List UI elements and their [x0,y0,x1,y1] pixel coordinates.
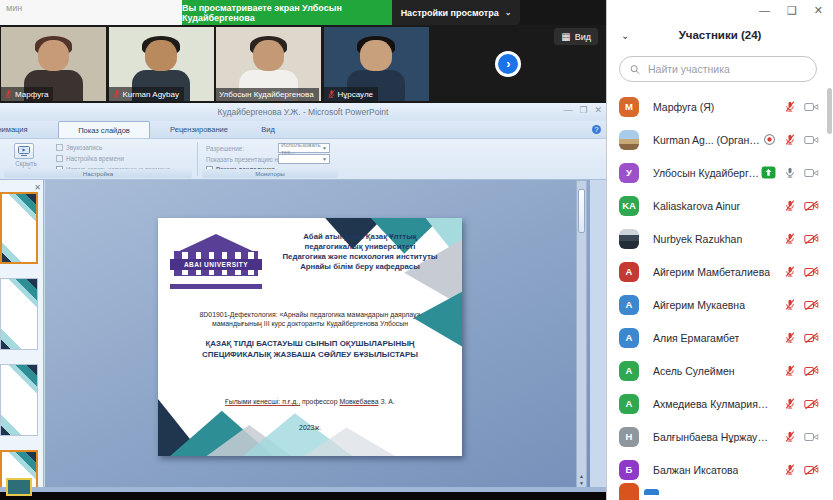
view-settings-button[interactable]: Настройки просмотра ⌄ [392,0,520,25]
slide-thumbnails-panel: ✕ [0,180,44,490]
participant-row[interactable]: ААсель Сулеймен [607,354,833,387]
maximize-icon[interactable]: ❐ [579,105,587,115]
ribbon-tab[interactable]: Анимация [0,121,56,138]
minimize-icon[interactable]: — [759,4,770,17]
participant-row[interactable]: Nurbyek Razukhan [607,222,833,255]
slide-editing-area[interactable]: ABAI UNIVERSITY Абай атындағы Қазақ Ұлтт… [45,180,590,490]
slide: ABAI UNIVERSITY Абай атындағы Қазақ Ұлтт… [158,218,462,456]
slide-title-text: ҚАЗАҚ ТІЛДІ БАСТАУЫШ СЫНЫП ОҚУШЫЛАРЫНЫҢ … [170,339,450,360]
search-icon [630,64,640,75]
mic-muted-icon [784,100,796,113]
participants-panel: — ❑ ✕ ⌄ Участники (24) ММарфуга (Я) Kurm… [606,0,833,500]
help-icon[interactable]: ? [592,125,601,134]
participant-row[interactable]: ААлия Ермагамбет [607,321,833,354]
participant-row[interactable]: Kurman Ag... (Организатор) [607,123,833,156]
participant-row[interactable]: ММарфуга (Я) [607,90,833,123]
record-narration-option[interactable]: Звукозапись [56,144,102,151]
avatar: А [619,295,639,315]
close-icon[interactable]: ✕ [814,4,823,17]
participant-name: Kaliaskarova Ainur [653,200,740,212]
show-on-combo[interactable]: ▼ [278,154,330,164]
scrollbar-buttons[interactable]: ▲▼ [578,473,585,487]
viewing-banner: Вы просматриваете экран Улбосын Кудайбер… [182,0,392,25]
video-tile[interactable]: Нұрсауле [324,27,429,101]
ppt-ribbon: Скрыть слайд Звукозапись Настройка време… [0,138,606,180]
ribbon-tab[interactable]: Рецензирование [152,121,246,138]
shared-taskbar [0,492,633,500]
avatar: А [619,394,639,414]
mic-muted-icon [4,89,13,99]
resolution-combo[interactable]: Использовать тек...▼ [278,143,330,153]
video-tile[interactable]: Kurman Agybay [109,27,214,101]
chevron-down-icon: ⌄ [505,8,512,17]
avatar: А [619,262,639,282]
mic-muted-icon [784,133,796,146]
maximize-icon[interactable]: ❑ [787,4,797,17]
university-logo: ABAI UNIVERSITY [170,234,262,294]
view-button-label: Вид [575,32,591,42]
participant-row[interactable]: ААхмедиева Кулмария доктор... [607,387,833,420]
mic-muted-icon [784,397,796,410]
taskbar-app-icon[interactable] [6,478,32,496]
participant-name: Улбосын Кудайбергенова [653,167,761,179]
chevron-down-icon[interactable]: ⌄ [621,30,629,41]
panel-scrollbar[interactable] [827,88,832,134]
ppt-workspace: ✕ [0,180,606,490]
participant-row[interactable]: KAKaliaskarova Ainur [607,189,833,222]
participant-status-icons [784,463,819,476]
ribbon-group-monitors: Мониторы [202,169,338,178]
avatar: М [619,97,639,117]
avatar: А [619,328,639,348]
camera-off-icon [804,398,819,410]
next-videos-button[interactable]: › [495,51,521,77]
view-settings-label: Настройки просмотра [401,8,499,18]
avatar [619,130,639,150]
video-tile[interactable]: Марфуга [1,27,106,101]
participant-row[interactable]: УУлбосын Кудайбергенова [607,156,833,189]
participant-status-icons [784,364,819,377]
slide-thumbnail[interactable] [0,278,38,350]
mic-muted-icon [784,331,796,344]
close-icon[interactable]: ✕ [594,105,602,115]
zoom-meeting-screen: мин Вы просматриваете экран Улбосын Куда… [0,0,833,500]
slide-thumbnail[interactable] [0,364,38,436]
participant-row[interactable]: НБалғынбаева Нұржауған [607,420,833,453]
ribbon-separator [197,142,198,176]
slide-thumbnail[interactable] [0,192,38,264]
mic-muted-icon [784,463,796,476]
slide-supervisor-text: Ғылыми кенесші: п.ғ.д., профессор Мовкеб… [170,398,450,405]
participant-name: Марфуга (Я) [653,101,714,113]
mic-muted-icon [784,265,796,278]
view-button[interactable]: ▦ Вид [554,28,598,45]
participant-name: Айгерим Мукаевна [653,299,745,311]
participant-name: Балжан Иксатова [653,464,738,476]
video-tile[interactable]: Улбосын Кудайбергенова [216,27,321,101]
ribbon-tab[interactable]: Вид [248,121,288,138]
participant-row[interactable]: ААйгерим Мамбеталиева [607,255,833,288]
participant-row[interactable]: ББалжан Иксатова [607,453,833,486]
close-icon[interactable]: ✕ [34,183,41,192]
ribbon-group-setup: Настройка [4,169,192,178]
camera-off-icon [804,299,819,311]
camera-icon [804,134,819,146]
avatar: KA [619,196,639,216]
video-name-tag: Kurman Agybay [109,87,184,101]
vertical-scrollbar[interactable]: ▲▼ [576,180,587,490]
participants-header: ⌄ Участники (24) [607,24,833,46]
search-participant-input[interactable] [646,62,806,76]
video-name-tag: Нұрсауле [324,87,379,101]
meeting-topbar: мин Вы просматриваете экран Улбосын Куда… [0,0,606,25]
ribbon-tab[interactable]: Показ слайдов [58,121,150,138]
rehearse-timings-option[interactable]: Настройка времени [56,155,124,162]
setup-show-button[interactable] [14,143,34,159]
scrollbar-thumb[interactable] [578,189,585,233]
search-participant-box[interactable] [619,56,817,82]
participant-status-icons [784,298,819,311]
minimize-icon[interactable]: — [563,105,572,115]
participant-status-icons [784,430,819,443]
participant-row[interactable]: ААйгерим Мукаевна [607,288,833,321]
participant-name: Асель Сулеймен [653,365,735,377]
clock-icon [56,155,63,162]
mic-icon [784,166,796,179]
mic-muted-icon [784,298,796,311]
